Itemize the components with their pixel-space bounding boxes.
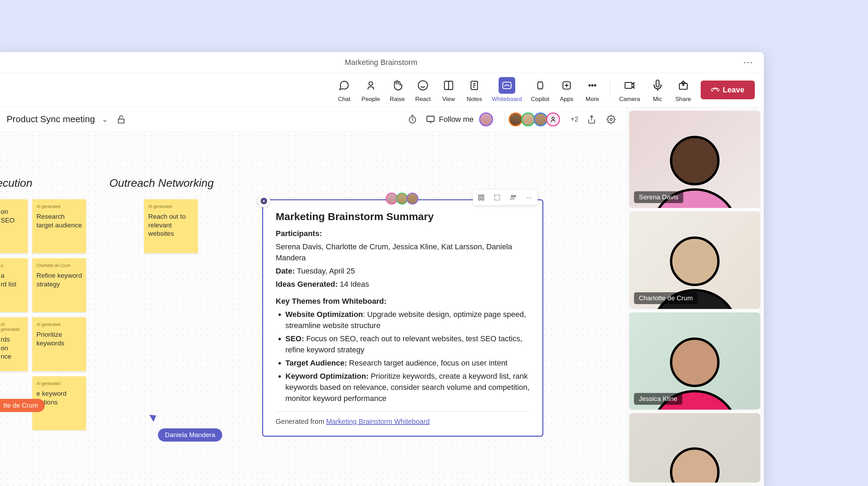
copilot-label: Copilot: [531, 96, 549, 103]
sticky-note[interactable]: on SEO: [0, 199, 28, 253]
more-button[interactable]: More: [584, 77, 601, 103]
card-toolbar: ⋯: [473, 190, 537, 205]
copilot-button[interactable]: Copilot: [531, 77, 549, 103]
chat-button[interactable]: Chat: [336, 77, 352, 103]
summary-title: Marketing Brainstorm Summary: [276, 211, 530, 223]
leave-button[interactable]: Leave: [701, 81, 755, 99]
collaborator-cursor: Daniela Mandera: [158, 428, 222, 442]
titlebar: Marketing Brainstorm ⋯: [0, 52, 764, 73]
share-icon: [675, 77, 692, 94]
view-button[interactable]: View: [440, 77, 457, 103]
loop-icon: [258, 195, 270, 207]
whiteboard-source-link[interactable]: Marketing Brainstorm Whiteboard: [326, 418, 430, 425]
svg-point-30: [671, 137, 718, 184]
react-button[interactable]: React: [415, 77, 431, 103]
grid-icon[interactable]: [476, 193, 486, 202]
participant-avatars[interactable]: [505, 112, 560, 126]
raise-button[interactable]: Raise: [389, 77, 406, 103]
notes-icon: [466, 77, 483, 94]
hangup-icon: [711, 86, 719, 94]
svg-point-12: [589, 85, 590, 86]
mic-button[interactable]: Mic: [649, 77, 666, 103]
svg-point-0: [369, 82, 373, 85]
camera-icon: [621, 77, 638, 94]
svg-point-1: [418, 81, 428, 90]
person-placeholder-icon: [629, 413, 760, 483]
select-icon[interactable]: [492, 193, 502, 202]
chat-icon: [336, 77, 352, 94]
react-icon: [415, 77, 431, 94]
lock-icon[interactable]: [115, 113, 127, 126]
apps-button[interactable]: Apps: [558, 77, 575, 103]
svg-rect-24: [482, 195, 484, 197]
whiteboard-canvas[interactable]: Product Sync meeting ⌄ Follow me: [0, 107, 626, 486]
svg-point-14: [594, 85, 596, 86]
video-tile[interactable]: Charlotte de Crum: [629, 211, 760, 309]
raise-hand-icon: [389, 77, 406, 94]
people-label: People: [361, 96, 380, 103]
column-header-outreach: Outreach Networking: [109, 177, 214, 190]
presenter-avatar[interactable]: [481, 112, 493, 126]
sticky-note[interactable]: Charlotte de CrumRefine keyword strategy: [32, 258, 86, 312]
follow-label: Follow me: [439, 115, 474, 124]
svg-rect-18: [427, 116, 434, 121]
sticky-note[interactable]: AI generatedrds on nce: [0, 317, 28, 371]
participant-name: Serena Davis: [634, 191, 683, 203]
whiteboard-toolbar: Product Sync meeting ⌄ Follow me: [0, 107, 626, 132]
card-more-icon[interactable]: ⋯: [524, 193, 534, 202]
cursor-arrow-icon: [149, 412, 158, 422]
participant-name: Charlotte de Crum: [634, 292, 698, 304]
collaborator-cursor: tte de Crum: [0, 399, 45, 412]
chevron-down-icon[interactable]: ⌄: [102, 115, 108, 124]
more-icon: [584, 77, 601, 94]
share-label: Share: [675, 96, 691, 103]
copilot-icon: [532, 77, 549, 94]
whiteboard-icon: [499, 77, 515, 94]
svg-point-36: [671, 449, 718, 483]
window-title: Marketing Brainstorm: [345, 58, 417, 67]
svg-point-28: [511, 195, 514, 198]
summary-body: Participants: Serena Davis, Charlotte de…: [276, 228, 530, 427]
card-collaborators: [387, 193, 418, 204]
view-icon: [440, 77, 457, 94]
svg-point-29: [514, 195, 516, 198]
leave-label: Leave: [723, 85, 744, 94]
sticky-note[interactable]: AI generatedReach out to relevant websit…: [144, 199, 198, 253]
column-header-execution: ecution: [0, 177, 32, 190]
timer-icon[interactable]: [406, 113, 419, 126]
camera-button[interactable]: Camera: [619, 77, 640, 103]
overflow-count[interactable]: +2: [570, 115, 578, 123]
whiteboard-button[interactable]: Whiteboard: [492, 77, 522, 103]
svg-rect-23: [479, 195, 481, 197]
notes-button[interactable]: Notes: [466, 77, 483, 103]
svg-point-20: [610, 118, 612, 120]
svg-rect-26: [482, 198, 484, 200]
video-tile[interactable]: Jessica Kline: [629, 312, 760, 410]
follow-me-button[interactable]: Follow me: [426, 115, 474, 124]
share-button[interactable]: Share: [675, 77, 692, 103]
chat-label: Chat: [338, 96, 350, 103]
video-tile[interactable]: [629, 413, 760, 483]
sticky-note[interactable]: AI generatedPrioritize keywords: [32, 317, 86, 371]
share-whiteboard-icon[interactable]: [585, 113, 598, 126]
canvas-surface[interactable]: ecution Outreach Networking on SEO AI ge…: [0, 132, 626, 486]
content-row: Product Sync meeting ⌄ Follow me: [0, 107, 764, 486]
participant-name: Jessica Kline: [634, 393, 682, 405]
settings-icon[interactable]: [605, 113, 617, 126]
sticky-note[interactable]: aa rd list: [0, 258, 28, 312]
people-button[interactable]: People: [361, 77, 380, 103]
svg-point-22: [262, 200, 265, 202]
svg-rect-27: [495, 195, 500, 200]
summary-card[interactable]: ⋯ Marketing Brainstorm Summary Participa…: [262, 199, 543, 437]
react-label: React: [415, 96, 431, 103]
svg-rect-25: [479, 198, 481, 200]
people-icon: [362, 77, 379, 94]
sticky-note[interactable]: AI generatedResearch target audience: [32, 199, 86, 253]
video-tile[interactable]: Serena Davis: [629, 111, 760, 208]
notes-label: Notes: [467, 96, 482, 103]
more-window-icon[interactable]: ⋯: [743, 57, 753, 68]
whiteboard-label: Whiteboard: [492, 96, 522, 103]
share-card-icon[interactable]: [508, 193, 518, 202]
svg-point-34: [671, 338, 718, 386]
camera-label: Camera: [619, 96, 640, 103]
